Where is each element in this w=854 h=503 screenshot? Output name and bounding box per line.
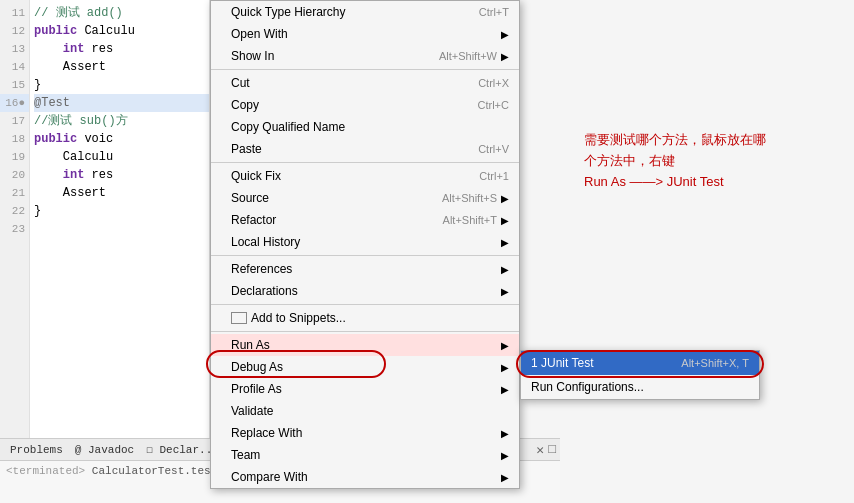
menu-item-team[interactable]: Team ▶ (211, 444, 519, 466)
code-line: int res (34, 40, 210, 58)
submenu-arrow-icon: ▶ (501, 362, 509, 373)
run-configurations-label: Run Configurations... (531, 380, 644, 394)
panel-action-icon[interactable]: ✕ (536, 442, 544, 458)
menu-item-profile-as[interactable]: Profile As ▶ (211, 378, 519, 400)
menu-item-open-with[interactable]: Open With ▶ (211, 23, 519, 45)
line-num: 14 (0, 58, 29, 76)
snippet-icon (231, 312, 247, 324)
terminated-label: <terminated> (6, 465, 85, 477)
menu-separator (211, 331, 519, 332)
submenu-arrow-icon: ▶ (501, 237, 509, 248)
line-numbers: 11 12 13 14 15 16● 17 18 19 20 21 22 23 (0, 0, 30, 503)
submenu-arrow-icon: ▶ (501, 29, 509, 40)
code-line: } (34, 76, 210, 94)
line-num: 19 (0, 148, 29, 166)
menu-item-compare-with[interactable]: Compare With ▶ (211, 466, 519, 488)
menu-item-replace-with[interactable]: Replace With ▶ (211, 422, 519, 444)
run-as-submenu: 1 JUnit Test Alt+Shift+X, T Run Configur… (520, 350, 760, 400)
menu-item-cut[interactable]: Cut Ctrl+X (211, 72, 519, 94)
code-line: Assert (34, 184, 210, 202)
menu-item-paste[interactable]: Paste Ctrl+V (211, 138, 519, 160)
submenu-arrow-icon: ▶ (501, 215, 509, 226)
junit-test-label: 1 JUnit Test (531, 356, 593, 370)
submenu-arrow-icon: ▶ (501, 286, 509, 297)
menu-item-debug-as[interactable]: Debug As ▶ (211, 356, 519, 378)
line-num: 17 (0, 112, 29, 130)
tab-javadoc[interactable]: @ Javadoc (69, 443, 140, 457)
panel-actions: ✕ □ (536, 442, 556, 458)
code-line: //测试 sub()方 (34, 112, 210, 130)
submenu-arrow-icon: ▶ (501, 384, 509, 395)
code-line: } (34, 202, 210, 220)
code-line: Assert (34, 58, 210, 76)
panel-action-icon[interactable]: □ (548, 442, 556, 458)
annotation-line-2: 个方法中，右键 (584, 151, 834, 172)
line-num: 21 (0, 184, 29, 202)
line-num: 23 (0, 220, 29, 238)
submenu-arrow-icon: ▶ (501, 428, 509, 439)
line-num: 13 (0, 40, 29, 58)
annotation-line-1: 需要测试哪个方法，鼠标放在哪 (584, 130, 834, 151)
menu-item-local-history[interactable]: Local History ▶ (211, 231, 519, 253)
menu-separator (211, 69, 519, 70)
submenu-item-junit-test[interactable]: 1 JUnit Test Alt+Shift+X, T (521, 351, 759, 375)
menu-item-references[interactable]: References ▶ (211, 258, 519, 280)
menu-separator (211, 304, 519, 305)
submenu-arrow-icon: ▶ (501, 472, 509, 483)
menu-item-copy-qualified-name[interactable]: Copy Qualified Name (211, 116, 519, 138)
annotation-area: 需要测试哪个方法，鼠标放在哪 个方法中，右键 Run As ——> JUnit … (584, 130, 834, 192)
context-menu: Quick Type Hierarchy Ctrl+T Open With ▶ … (210, 0, 520, 489)
menu-item-run-as[interactable]: Run As ▶ (211, 334, 519, 356)
menu-item-copy[interactable]: Copy Ctrl+C (211, 94, 519, 116)
menu-item-quick-fix[interactable]: Quick Fix Ctrl+1 (211, 165, 519, 187)
annotation-line-3: Run As ——> JUnit Test (584, 172, 834, 193)
submenu-arrow-icon: ▶ (501, 193, 509, 204)
menu-item-refactor[interactable]: Refactor Alt+Shift+T ▶ (211, 209, 519, 231)
submenu-arrow-icon: ▶ (501, 450, 509, 461)
tab-problems[interactable]: Problems (4, 443, 69, 457)
code-line: public voic (34, 130, 210, 148)
code-line: int res (34, 166, 210, 184)
line-num: 20 (0, 166, 29, 184)
menu-item-quick-type-hierarchy[interactable]: Quick Type Hierarchy Ctrl+T (211, 1, 519, 23)
code-line: Calculu (34, 148, 210, 166)
code-lines: // 测试 add() public Calculu int res Asser… (30, 0, 210, 238)
menu-item-source[interactable]: Source Alt+Shift+S ▶ (211, 187, 519, 209)
submenu-arrow-icon: ▶ (501, 340, 509, 351)
menu-separator (211, 162, 519, 163)
line-num: 11 (0, 4, 29, 22)
line-num: 22 (0, 202, 29, 220)
menu-item-add-to-snippets[interactable]: Add to Snippets... (211, 307, 519, 329)
code-line (34, 220, 210, 238)
submenu-item-run-configurations[interactable]: Run Configurations... (521, 375, 759, 399)
submenu-arrow-icon: ▶ (501, 264, 509, 275)
line-num: 18 (0, 130, 29, 148)
code-editor: 11 12 13 14 15 16● 17 18 19 20 21 22 23 … (0, 0, 210, 503)
code-line: // 测试 add() (34, 4, 210, 22)
menu-item-show-in[interactable]: Show In Alt+Shift+W ▶ (211, 45, 519, 67)
menu-item-validate[interactable]: Validate (211, 400, 519, 422)
line-num: 15 (0, 76, 29, 94)
line-num: 12 (0, 22, 29, 40)
menu-separator (211, 255, 519, 256)
submenu-arrow-icon: ▶ (501, 51, 509, 62)
menu-item-declarations[interactable]: Declarations ▶ (211, 280, 519, 302)
code-line: public Calculu (34, 22, 210, 40)
code-line: @Test (34, 94, 210, 112)
